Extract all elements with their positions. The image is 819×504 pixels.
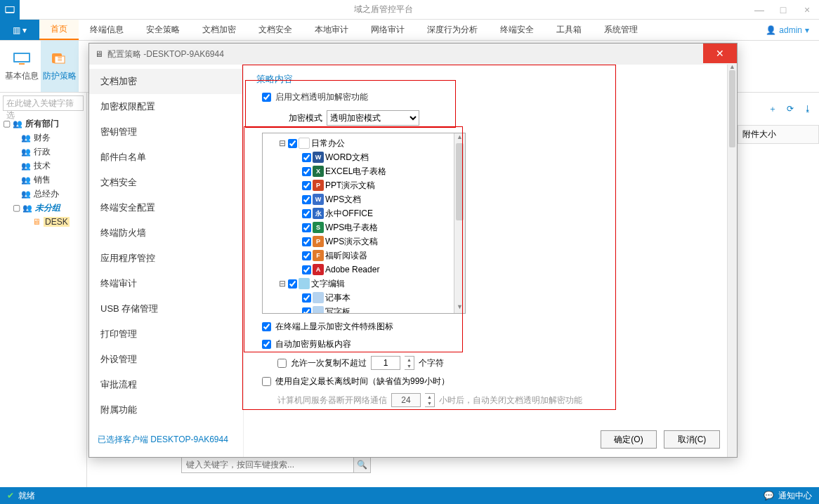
- step-up-icon[interactable]: ▲: [405, 357, 414, 363]
- tab-toolbox[interactable]: 工具箱: [545, 20, 593, 40]
- collapse-icon[interactable]: ⊟: [278, 279, 287, 289]
- expand-icon[interactable]: ▢: [13, 203, 20, 213]
- app-item-checkbox[interactable]: [302, 237, 311, 246]
- search-button[interactable]: 🔍: [354, 456, 371, 473]
- window-close-button[interactable]: ×: [795, 0, 819, 20]
- tab-home[interactable]: 首页: [39, 20, 79, 40]
- nav-doc-security[interactable]: 文档安全: [89, 170, 243, 195]
- app-item-checkbox[interactable]: [302, 223, 311, 232]
- app-item-checkbox[interactable]: [302, 153, 311, 162]
- scroll-up-icon[interactable]: ▲: [454, 133, 465, 143]
- window-min-button[interactable]: —: [747, 0, 771, 20]
- ok-button[interactable]: 确定(O): [601, 430, 657, 449]
- limit-copy-checkbox[interactable]: [277, 359, 287, 368]
- add-icon[interactable]: ＋: [768, 103, 777, 115]
- app-item-checkbox[interactable]: [302, 251, 311, 260]
- stepper[interactable]: ▲▼: [405, 356, 414, 370]
- nav-terminal-security[interactable]: 终端安全配置: [89, 195, 243, 220]
- user-name: admin: [779, 25, 802, 35]
- file-menu-button[interactable]: ▥ ▾: [0, 20, 39, 40]
- dialog-scrollbar[interactable]: ▲: [727, 65, 737, 457]
- app-tree-item[interactable]: AAdobe Reader: [264, 263, 452, 277]
- enable-encrypt-label: 启用文档透明加解密功能: [275, 91, 368, 103]
- nav-usb-storage[interactable]: USB 存储管理: [89, 296, 243, 321]
- dept-general[interactable]: 总经办: [34, 188, 59, 200]
- dept-admin[interactable]: 行政: [34, 146, 51, 158]
- nav-firewall[interactable]: 终端防火墙: [89, 220, 243, 246]
- tab-network-audit[interactable]: 网络审计: [360, 20, 416, 40]
- app-item-checkbox[interactable]: [302, 167, 311, 176]
- nav-auxiliary[interactable]: 附属功能: [89, 397, 243, 423]
- app-tree-item[interactable]: PWPS演示文稿: [264, 234, 452, 248]
- tab-security-policy[interactable]: 安全策略: [135, 20, 191, 40]
- group-textedit[interactable]: 文字编辑: [311, 278, 345, 290]
- dept-sales[interactable]: 销售: [34, 174, 51, 186]
- group-daily-checkbox[interactable]: [288, 139, 297, 148]
- app-tree-item[interactable]: F福昕阅读器: [264, 248, 452, 263]
- app-tree-item[interactable]: XEXCEL电子表格: [264, 164, 452, 178]
- nav-app-control[interactable]: 应用程序管控: [89, 246, 243, 271]
- stepper: ▲▼: [425, 393, 435, 407]
- tree-desktop-node[interactable]: DESK: [44, 217, 70, 227]
- group-daily[interactable]: 日常办公: [311, 138, 345, 150]
- dialog-close-button[interactable]: ✕: [703, 44, 737, 63]
- limit-copy-value[interactable]: [371, 356, 400, 370]
- expand-icon[interactable]: ▢: [3, 119, 10, 128]
- show-icon-checkbox[interactable]: [262, 322, 271, 331]
- tree-root[interactable]: 所有部门: [25, 118, 59, 130]
- tab-terminal-info[interactable]: 终端信息: [79, 20, 135, 40]
- app-tree-item[interactable]: WWORD文档: [264, 150, 452, 164]
- step-down-icon[interactable]: ▼: [405, 363, 414, 369]
- nav-doc-encrypt[interactable]: 文档加密: [89, 69, 243, 94]
- search-input[interactable]: [181, 456, 354, 473]
- encrypt-mode-select[interactable]: 透明加密模式: [327, 110, 419, 126]
- app-item-checkbox[interactable]: [302, 293, 311, 303]
- nav-print-manage[interactable]: 打印管理: [89, 321, 243, 347]
- user-menu[interactable]: 👤 admin ▾: [766, 20, 819, 40]
- scroll-thumb[interactable]: [729, 70, 735, 147]
- tree-filter-input[interactable]: 在此键入关键字筛选: [3, 95, 84, 111]
- dept-tech[interactable]: 技术: [34, 160, 51, 172]
- tab-sys-manage[interactable]: 系统管理: [593, 20, 649, 40]
- enable-encrypt-checkbox[interactable]: [262, 93, 271, 102]
- dept-ungrouped[interactable]: 未分组: [35, 202, 60, 214]
- collapse-icon[interactable]: ⊟: [278, 138, 287, 148]
- offline-checkbox[interactable]: [262, 377, 271, 386]
- tab-doc-security[interactable]: 文档安全: [247, 20, 303, 40]
- app-tree-item[interactable]: WWPS文档: [264, 192, 452, 206]
- app-item-checkbox[interactable]: [302, 209, 311, 218]
- app-item-checkbox[interactable]: [302, 181, 311, 190]
- app-tree-item[interactable]: 写字板: [264, 305, 452, 313]
- app-tree-item[interactable]: 记事本: [264, 291, 452, 305]
- scroll-thumb[interactable]: [456, 143, 464, 220]
- group-text-checkbox[interactable]: [288, 279, 297, 289]
- nav-approval[interactable]: 审批流程: [89, 372, 243, 397]
- nav-peripheral[interactable]: 外设管理: [89, 347, 243, 372]
- tab-terminal-security[interactable]: 终端安全: [489, 20, 545, 40]
- scroll-down-icon[interactable]: ▼: [454, 303, 465, 313]
- dept-finance[interactable]: 财务: [34, 132, 51, 144]
- app-tree-item[interactable]: SWPS电子表格: [264, 220, 452, 234]
- app-tree-item[interactable]: PPPT演示文稿: [264, 178, 452, 192]
- tab-doc-encrypt[interactable]: 文档加密: [191, 20, 247, 40]
- cancel-button[interactable]: 取消(C): [664, 430, 720, 449]
- nav-key-manage[interactable]: 密钥管理: [89, 119, 243, 145]
- download-icon[interactable]: ⭳: [804, 104, 812, 114]
- nav-terminal-audit[interactable]: 终端审计: [89, 271, 243, 296]
- ribbon-protection-policy[interactable]: ≡ 防护策略: [41, 41, 79, 92]
- window-max-button[interactable]: □: [771, 0, 795, 20]
- nav-encrypt-perm[interactable]: 加密权限配置: [89, 94, 243, 119]
- notification-center[interactable]: 通知中心: [778, 490, 812, 502]
- app-item-checkbox[interactable]: [302, 307, 311, 314]
- ribbon-basic-info[interactable]: 基本信息: [3, 41, 41, 92]
- app-item-checkbox[interactable]: [302, 265, 311, 274]
- app-item-checkbox[interactable]: [302, 195, 311, 204]
- column-attachment-size[interactable]: 附件大小: [738, 125, 819, 144]
- app-tree-item[interactable]: 永永中OFFICE: [264, 206, 452, 220]
- tab-local-audit[interactable]: 本地审计: [303, 20, 360, 40]
- auto-clip-checkbox[interactable]: [262, 340, 271, 349]
- tab-behavior[interactable]: 深度行为分析: [416, 20, 489, 40]
- app-tree-scrollbar[interactable]: ▲ ▼: [454, 133, 465, 313]
- nav-mail-whitelist[interactable]: 邮件白名单: [89, 145, 243, 170]
- refresh-icon[interactable]: ⟳: [787, 104, 794, 114]
